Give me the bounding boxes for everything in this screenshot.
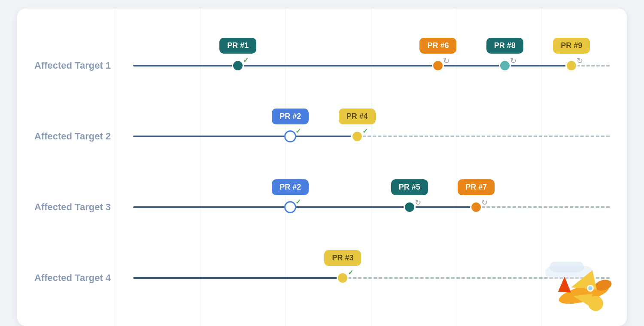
refresh-pr5: ↻ [415,198,421,207]
target-label-4: Affected Target 4 [34,272,133,284]
dot-pr5 [404,201,416,213]
airplane-decoration [541,262,618,313]
pr-badge-8[interactable]: PR #8 [486,38,523,54]
refresh-pr8: ↻ [510,56,516,66]
pr-badge-2a[interactable]: PR #2 [272,109,309,124]
refresh-pr6: ↻ [443,56,450,66]
pr-badge-3[interactable]: PR #3 [324,250,361,266]
timeline-card: Affected Target 1 PR #1 ✓ PR #6 ↻ [17,9,627,326]
dot-pr9 [565,60,577,72]
track-2: PR #2 ✓ PR #4 ✓ [133,101,610,172]
track-3: PR #2 ✓ PR #5 ↻ PR #7 ↻ [133,172,610,242]
timeline-row-3: Affected Target 3 PR #2 ✓ PR #5 ↻ PR [34,172,610,242]
timeline-row-1: Affected Target 1 PR #1 ✓ PR #6 ↻ [34,30,610,101]
pr-badge-5[interactable]: PR #5 [391,179,428,195]
dot-pr4 [351,130,363,142]
dot-pr1 [232,60,244,72]
check-pr2a: ✓ [295,127,301,135]
check-pr2b: ✓ [295,198,301,206]
pr-badge-1[interactable]: PR #1 [219,38,256,54]
pr-badge-6[interactable]: PR #6 [419,38,456,54]
refresh-pr9: ↻ [577,56,583,66]
target-label-2: Affected Target 2 [34,131,133,142]
pr-badge-9[interactable]: PR #9 [553,38,590,54]
pr-badge-7[interactable]: PR #7 [458,179,495,195]
target-label-1: Affected Target 1 [34,60,133,71]
svg-point-6 [588,286,592,290]
svg-marker-2 [558,277,571,293]
dot-pr8 [499,60,511,72]
check-pr3: ✓ [348,269,353,277]
timeline-row-4: Affected Target 4 PR #3 ✓ [34,242,610,313]
pr-badge-4[interactable]: PR #4 [339,109,376,124]
dot-pr2a [284,130,296,142]
dot-pr6 [432,60,444,72]
track-1: PR #1 ✓ PR #6 ↻ PR #8 ↻ PR #9 [133,30,610,101]
track-4: PR #3 ✓ [133,242,610,313]
check-pr4: ✓ [362,127,368,135]
dot-pr3 [337,272,349,284]
pr-badge-2b[interactable]: PR #2 [272,179,309,195]
check-pr1: ✓ [243,56,249,64]
dot-pr7 [470,201,482,213]
refresh-pr7: ↻ [481,198,488,207]
target-label-3: Affected Target 3 [34,202,133,213]
timeline-area: Affected Target 1 PR #1 ✓ PR #6 ↻ [34,21,610,313]
timeline-row-2: Affected Target 2 PR #2 ✓ PR #4 ✓ [34,101,610,172]
dot-pr2b [284,201,296,213]
